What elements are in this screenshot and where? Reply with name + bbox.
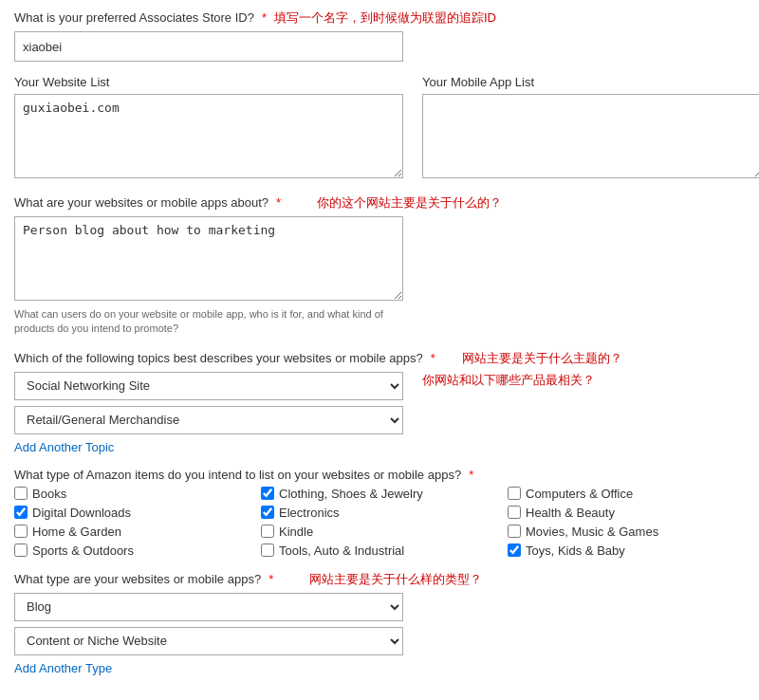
website-list-label: Your Website List [14,75,109,89]
topics-dropdowns: Social Networking Site Blog Content or N… [14,372,745,454]
checkbox-clothing[interactable] [261,487,274,500]
type-annotation: 网站主要是关于什么样的类型？ [309,571,482,588]
checkbox-books-label: Books [32,487,66,501]
about-textarea[interactable] [14,216,403,301]
checkbox-digital[interactable] [14,506,28,519]
checkbox-item-home: Home & Garden [14,525,251,539]
checkbox-electronics[interactable] [261,506,274,519]
checkbox-kindle-label: Kindle [279,525,313,539]
type-dropdown2[interactable]: Content or Niche Website Blog Coupon or … [14,627,403,655]
topics-dropdown2[interactable]: Retail/General Merchandise Apparel & Acc… [14,406,403,434]
checkbox-item-toys: Toys, Kids & Baby [508,543,745,558]
type-section: What type are your websites or mobile ap… [14,571,745,675]
checkbox-movies[interactable] [508,525,521,538]
topics-section: Which of the following topics best descr… [14,350,745,454]
mobile-app-list-col: Your Mobile App List [422,75,759,181]
store-id-label: What is your preferred Associates Store … [14,10,254,25]
type-dropdowns: Blog Content or Niche Website Coupon or … [14,593,745,675]
store-id-required: * [262,10,267,25]
checkbox-sports-label: Sports & Outdoors [32,543,134,558]
checkbox-electronics-label: Electronics [279,506,340,520]
about-textarea-col: What can users do on your website or mob… [14,216,403,337]
checkbox-item-digital: Digital Downloads [14,506,251,520]
type-left: Blog Content or Niche Website Coupon or … [14,593,403,675]
checkbox-books[interactable] [14,487,28,500]
checkbox-sports[interactable] [14,543,28,557]
checkbox-health[interactable] [508,506,521,519]
topics-dropdown1[interactable]: Social Networking Site Blog Content or N… [14,372,403,400]
about-section: What are your websites or mobile apps ab… [14,194,745,337]
checkbox-item-electronics: Electronics [261,506,498,520]
checkbox-kindle[interactable] [261,525,274,538]
store-id-input[interactable] [14,31,403,62]
items-label: What type of Amazon items do you intend … [14,468,461,482]
mobile-app-textarea[interactable] [422,94,759,178]
checkbox-item-sports: Sports & Outdoors [14,543,251,558]
about-annotation: 你的这个网站主要是关于什么的？ [317,194,502,212]
about-required: * [276,195,281,210]
topics-left: Social Networking Site Blog Content or N… [14,372,403,454]
checkbox-health-label: Health & Beauty [526,506,615,520]
checkbox-computers[interactable] [508,487,521,500]
topics-right: 你网站和以下哪些产品最相关？ [422,372,595,454]
checkbox-home-label: Home & Garden [32,525,121,539]
checkbox-toys-label: Toys, Kids & Baby [526,543,625,558]
store-id-section: What is your preferred Associates Store … [14,9,745,62]
about-hint: What can users do on your website or mob… [14,307,403,337]
checkbox-item-health: Health & Beauty [508,506,745,520]
topics-required: * [431,351,435,365]
topics-product-annotation: 你网站和以下哪些产品最相关？ [422,373,595,387]
topics-label: Which of the following topics best descr… [14,351,423,365]
checkbox-clothing-label: Clothing, Shoes & Jewelry [279,487,423,501]
mobile-app-label: Your Mobile App List [422,75,534,89]
website-list-textarea[interactable] [14,94,403,178]
items-section: What type of Amazon items do you intend … [14,468,745,558]
checkbox-item-tools: Tools, Auto & Industrial [261,543,498,558]
type-required: * [268,572,273,586]
checkbox-movies-label: Movies, Music & Games [526,525,658,539]
topics-annotation: 网站主要是关于什么主题的？ [462,350,622,367]
checkbox-computers-label: Computers & Office [526,487,633,501]
about-row: What can users do on your website or mob… [14,216,745,337]
checkbox-toys[interactable] [508,543,521,557]
checkbox-item-computers: Computers & Office [508,487,745,501]
checkbox-tools[interactable] [261,543,274,557]
add-topic-link[interactable]: Add Another Topic [14,440,114,454]
add-type-link[interactable]: Add Another Type [14,661,112,675]
type-label: What type are your websites or mobile ap… [14,572,261,586]
about-label: What are your websites or mobile apps ab… [14,195,268,210]
checkbox-item-clothing: Clothing, Shoes & Jewelry [261,487,498,501]
type-dropdown1[interactable]: Blog Content or Niche Website Coupon or … [14,593,403,621]
store-id-annotation: 填写一个名字，到时候做为联盟的追踪ID [274,9,496,27]
website-mobile-section: Your Website List Your Mobile App List [14,75,745,181]
checkbox-tools-label: Tools, Auto & Industrial [279,543,404,558]
checkbox-item-movies: Movies, Music & Games [508,525,745,539]
items-required: * [469,468,473,482]
checkbox-digital-label: Digital Downloads [32,506,131,520]
checkbox-item-books: Books [14,487,251,501]
checkbox-item-kindle: Kindle [261,525,498,539]
website-list-col: Your Website List [14,75,403,181]
checkbox-home[interactable] [14,525,28,538]
items-checkboxes-grid: Books Clothing, Shoes & Jewelry Computer… [14,487,745,558]
